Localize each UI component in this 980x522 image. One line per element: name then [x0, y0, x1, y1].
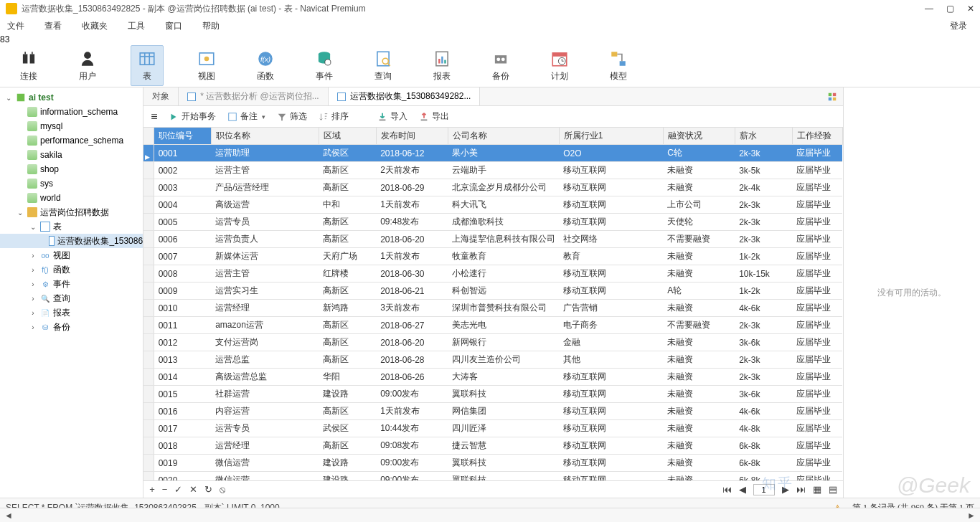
commit-button[interactable]: ✓ — [174, 484, 182, 495]
tool-function[interactable]: f(x)函数 — [250, 46, 281, 85]
table-group-icon — [40, 222, 50, 232]
db-sys[interactable]: sys — [0, 176, 143, 191]
table-row[interactable]: 0004高级运营中和1天前发布科大讯飞移动互联网上市公司2k-3k应届毕业 — [143, 196, 842, 214]
table-row[interactable]: 0016内容运营高新区1天前发布网信集团移动互联网未融资4k-6k应届毕业 — [143, 403, 842, 420]
table-icon — [337, 92, 346, 101]
table-row[interactable]: 0005运营专员高新区09:48发布成都渔歌科技移动互联网天使轮2k-3k应届毕… — [143, 214, 842, 231]
col-header[interactable]: 职位编号 — [154, 128, 211, 145]
table-row[interactable]: 0020微信运营建设路09:00发布翼联科技移动互联网未融资6k-8k应届毕业 — [143, 472, 842, 481]
stop-button[interactable]: ⦸ — [220, 484, 225, 495]
menu-window[interactable]: 窗口 — [165, 20, 182, 32]
table-row[interactable]: 0001运营助理武侯区2018-06-12果小美O2OC轮2k-3k应届毕业 — [143, 145, 842, 162]
table-row[interactable]: 0018运营经理高新区09:08发布捷云智慧移动互联网未融资6k-8k应届毕业 — [143, 437, 842, 455]
refresh-button[interactable]: ↻ — [204, 484, 212, 495]
tool-query[interactable]: 查询 — [367, 46, 399, 85]
conn-node[interactable]: ⌄ai test — [0, 90, 143, 105]
first-page-button[interactable]: ⏮ — [722, 484, 732, 495]
tree-备份[interactable]: ›⛁备份 — [0, 320, 143, 334]
table-row[interactable]: 0008运营主管红牌楼2018-06-30小松速行移动互联网未融资10k-15k… — [143, 265, 842, 283]
menu-file[interactable]: 文件 — [7, 20, 24, 32]
maximize-button[interactable]: ▢ — [946, 4, 954, 14]
table-row[interactable]: 0019微信运营建设路09:00发布翼联科技移动互联网未融资6k-8k应届毕业 — [143, 455, 842, 472]
table-row[interactable]: 0006运营负责人高新区2018-06-20上海提挈信息科技有限公司社交网络不需… — [143, 231, 842, 248]
table-item[interactable]: 运营数据收集_153086 — [0, 234, 143, 248]
last-page-button[interactable]: ⏭ — [796, 484, 806, 495]
tool-backup[interactable]: 备份 — [485, 46, 517, 85]
table-row[interactable]: 0017运营专员武侯区10:44发布四川匠泽移动互联网未融资4k-8k应届毕业 — [143, 420, 842, 437]
table-row[interactable]: 0003产品/运营经理高新区2018-06-29北京流金岁月成都分公司移动互联网… — [143, 179, 842, 196]
tab-analysis[interactable]: * 运营数据分析 @运营岗位招... — [179, 87, 329, 105]
menu-tools[interactable]: 工具 — [128, 20, 145, 32]
table-row[interactable]: 0014高级运营总监华阳2018-06-26大涛客移动互联网未融资2k-3k应届… — [143, 369, 842, 386]
table-row[interactable]: 0012支付运营岗高新区2018-06-20新网银行金融未融资3k-6k应届毕业 — [143, 334, 842, 351]
table-row[interactable]: 0013运营总监高新区2018-06-28四川友兰造价公司其他未融资2k-3k应… — [143, 351, 842, 369]
tool-view[interactable]: 视图 — [191, 46, 222, 85]
next-page-button[interactable]: ▶ — [782, 484, 789, 495]
tree-报表[interactable]: ›📄报表 — [0, 305, 143, 320]
import-button[interactable]: 导入 — [377, 110, 407, 123]
data-grid[interactable]: 职位编号职位名称区域发布时间公司名称所属行业1融资状况薪水工作经验0001运营助… — [143, 128, 843, 480]
col-header[interactable]: 薪水 — [735, 128, 792, 145]
col-header[interactable]: 区域 — [319, 128, 376, 145]
export-button[interactable]: 导出 — [419, 110, 449, 123]
grid-view-button[interactable]: ▦ — [813, 484, 821, 495]
db-sakila[interactable]: sakila — [0, 148, 143, 162]
notification-badge[interactable]: 83 — [0, 34, 980, 44]
close-button[interactable]: ✕ — [967, 4, 974, 14]
menu-help[interactable]: 帮助 — [202, 20, 220, 32]
menu-view[interactable]: 查看 — [44, 20, 62, 32]
status-bar: ◄ ► — [0, 508, 980, 522]
tool-table[interactable]: 表 — [131, 45, 164, 86]
tool-model[interactable]: 模型 — [603, 46, 634, 85]
delete-row-button[interactable]: − — [162, 484, 168, 495]
table-row[interactable]: 0010运营经理新鸿路3天前发布深圳市普赞科技有限公司广告营销未融资4k-6k应… — [143, 300, 842, 317]
table-row[interactable]: 0007新媒体运营天府广场1天前发布牧童教育教育未融资1k-2k应届毕业 — [143, 248, 842, 265]
tool-report[interactable]: 报表 — [426, 46, 458, 85]
sort-button[interactable]: 排序 — [319, 110, 349, 123]
table-row[interactable]: 0011amazon运营高新区2018-06-27美志光电电子商务不需要融资2k… — [143, 317, 842, 334]
tree-视图[interactable]: ›oo视图 — [0, 248, 143, 262]
menu-fav[interactable]: 收藏夹 — [82, 20, 108, 32]
tab-objects[interactable]: 对象 — [143, 87, 179, 105]
login-link[interactable]: 登录 — [950, 20, 967, 32]
db-information_schema[interactable]: information_schema — [0, 105, 143, 119]
tree-事件[interactable]: ›⚙事件 — [0, 277, 143, 291]
form-view-button[interactable]: ▤ — [829, 484, 837, 495]
filter-button[interactable]: 筛选 — [277, 110, 307, 123]
col-header[interactable]: 公司名称 — [448, 128, 559, 145]
tab-collection[interactable]: 运营数据收集_153086349282... — [329, 87, 481, 105]
db-world[interactable]: world — [0, 191, 143, 205]
begin-transaction-button[interactable]: 开始事务 — [169, 110, 216, 123]
minimize-button[interactable]: — — [925, 4, 933, 14]
scroll-left-button[interactable]: ◄ — [4, 511, 13, 521]
add-row-button[interactable]: + — [149, 484, 155, 495]
prev-page-button[interactable]: ◀ — [739, 484, 746, 495]
tool-schedule[interactable]: 计划 — [544, 46, 575, 85]
tables-node[interactable]: ⌄表 — [0, 219, 143, 234]
tree-函数[interactable]: ›f()函数 — [0, 262, 143, 277]
svg-point-8 — [204, 57, 209, 62]
svg-rect-17 — [438, 59, 440, 64]
scroll-right-button[interactable]: ► — [967, 511, 976, 521]
page-input[interactable] — [753, 484, 775, 495]
tab-options-button[interactable] — [821, 87, 843, 105]
db-performance_schema[interactable]: performance_schema — [0, 133, 143, 148]
tree-查询[interactable]: ›🔍查询 — [0, 291, 143, 305]
col-header[interactable]: 所属行业1 — [559, 128, 663, 145]
note-button[interactable]: 备注 — [227, 110, 265, 123]
db-open[interactable]: ⌄运营岗位招聘数据 — [0, 205, 143, 219]
grid-menu-button[interactable]: ≡ — [151, 110, 157, 123]
col-header[interactable]: 工作经验 — [792, 128, 842, 145]
col-header[interactable]: 融资状况 — [663, 128, 735, 145]
table-row[interactable]: 0002运营主管高新区2天前发布云端助手移动互联网未融资3k-5k应届毕业 — [143, 162, 842, 179]
col-header[interactable]: 发布时间 — [376, 128, 448, 145]
db-mysql[interactable]: mysql — [0, 119, 143, 133]
tool-connect[interactable]: 连接 — [13, 46, 44, 85]
table-row[interactable]: 0015社群运营建设路09:00发布翼联科技移动互联网未融资3k-6k应届毕业 — [143, 386, 842, 403]
cancel-edit-button[interactable]: ✕ — [189, 484, 197, 495]
tool-event[interactable]: 事件 — [308, 46, 340, 85]
col-header[interactable]: 职位名称 — [211, 128, 319, 145]
tool-user[interactable]: 用户 — [72, 46, 103, 85]
db-shop[interactable]: shop — [0, 162, 143, 176]
table-row[interactable]: 0009运营实习生高新区2018-06-21科创智远移动互联网A轮1k-2k应届… — [143, 283, 842, 300]
